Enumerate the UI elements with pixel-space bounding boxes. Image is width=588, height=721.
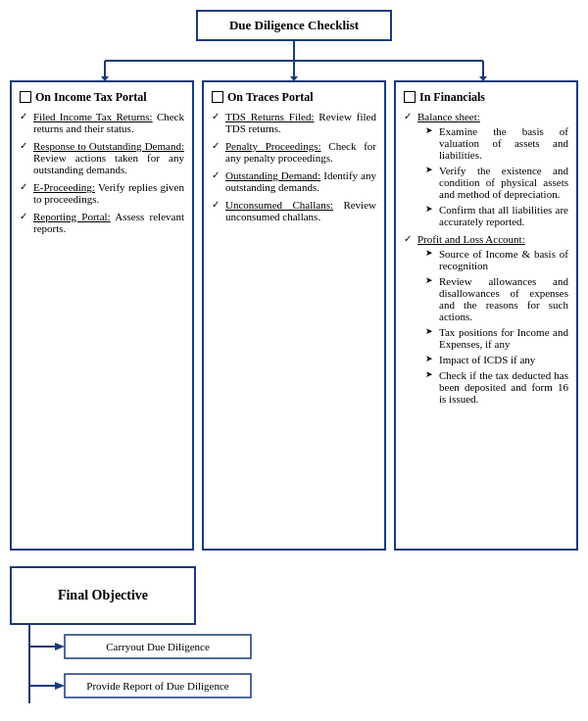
list-item: Penalty Proceedings: Check for any penal… bbox=[212, 140, 376, 164]
col1-header-text: On Income Tax Portal bbox=[35, 90, 147, 105]
svg-marker-12 bbox=[55, 682, 65, 690]
list-item: E-Proceeding: Verify replies given to pr… bbox=[20, 181, 184, 205]
sub-items: Source of Income & basis of recognition … bbox=[417, 248, 568, 405]
col1-items: Filed Income Tax Returns: Check returns … bbox=[20, 111, 184, 234]
sub-items: Examine the basis of valuation of assets… bbox=[417, 125, 568, 227]
col3-items: Balance sheet: Examine the basis of valu… bbox=[404, 111, 568, 405]
col2-header-text: On Traces Portal bbox=[227, 90, 314, 105]
list-item: Unconsumed Challans: Review unconsumed c… bbox=[212, 199, 376, 222]
list-item: Reporting Portal: Assess relevant report… bbox=[20, 211, 184, 234]
page-container: Due Diligence Checklist On Income Ta bbox=[10, 10, 578, 713]
col1-header: On Income Tax Portal bbox=[20, 90, 184, 105]
item-title: Filed Income Tax Returns: bbox=[33, 111, 153, 122]
col2-items: TDS Returns Filed: Review filed TDS retu… bbox=[212, 111, 376, 222]
page-title: Due Diligence Checklist bbox=[229, 18, 359, 32]
checkbox-icon-col3 bbox=[404, 91, 416, 103]
list-item: Filed Income Tax Returns: Check returns … bbox=[20, 111, 184, 134]
checkbox-icon-col1 bbox=[20, 91, 31, 103]
sub-item: Verify the existence and condition of ph… bbox=[425, 165, 568, 200]
item-title: Penalty Proceedings: bbox=[225, 140, 321, 152]
list-item: Profit and Loss Account: Source of Incom… bbox=[404, 233, 568, 405]
list-item: Response to Outstanding Demand: Review a… bbox=[20, 140, 184, 175]
bottom-connector-svg: Carryout Due Diligence Provide Report of… bbox=[10, 625, 304, 713]
list-item: TDS Returns Filed: Review filed TDS retu… bbox=[212, 111, 376, 134]
list-item: Outstanding Demand: Identify any outstan… bbox=[212, 169, 376, 193]
sub-item: Confirm that all liabilities are accurat… bbox=[425, 204, 568, 227]
final-objective-label: Final Objective bbox=[58, 588, 148, 603]
sub-item: Tax positions for Income and Expenses, i… bbox=[425, 326, 568, 350]
title-connector-svg bbox=[10, 41, 578, 80]
svg-text:Carryout Due Diligence: Carryout Due Diligence bbox=[106, 641, 210, 652]
sub-item: Examine the basis of valuation of assets… bbox=[425, 125, 568, 161]
item-title: TDS Returns Filed: bbox=[225, 111, 314, 122]
column-traces: On Traces Portal TDS Returns Filed: Revi… bbox=[202, 80, 386, 551]
columns-row: On Income Tax Portal Filed Income Tax Re… bbox=[10, 80, 578, 551]
sub-item: Impact of ICDS if any bbox=[425, 354, 568, 365]
svg-text:Provide Report of Due Diligenc: Provide Report of Due Diligence bbox=[86, 680, 229, 692]
final-objective-box: Final Objective bbox=[10, 566, 196, 625]
item-title: Balance sheet: bbox=[417, 111, 480, 122]
item-title: E-Proceeding: bbox=[33, 181, 95, 193]
sub-item: Check if the tax deducted has been depos… bbox=[425, 369, 568, 405]
checkbox-icon-col2 bbox=[212, 91, 223, 103]
column-financials: In Financials Balance sheet: Examine the… bbox=[394, 80, 578, 551]
column-income-tax: On Income Tax Portal Filed Income Tax Re… bbox=[10, 80, 194, 551]
col3-header-text: In Financials bbox=[419, 90, 485, 105]
title-box: Due Diligence Checklist bbox=[196, 10, 392, 41]
item-title: Profit and Loss Account: bbox=[417, 233, 525, 245]
col2-header: On Traces Portal bbox=[212, 90, 376, 105]
bottom-section: Final Objective Carryout Due Diligence P… bbox=[10, 566, 578, 713]
item-title: Unconsumed Challans: bbox=[225, 199, 333, 211]
item-title: Outstanding Demand: bbox=[225, 169, 320, 181]
sub-item: Review allowances and disallowances of e… bbox=[425, 275, 568, 322]
item-text: Review actions taken for any outstanding… bbox=[33, 152, 184, 175]
item-title: Response to Outstanding Demand: bbox=[33, 140, 184, 152]
sub-item: Source of Income & basis of recognition bbox=[425, 248, 568, 271]
item-title: Reporting Portal: bbox=[33, 211, 111, 222]
list-item: Balance sheet: Examine the basis of valu… bbox=[404, 111, 568, 227]
col3-header: In Financials bbox=[404, 90, 568, 105]
svg-marker-10 bbox=[55, 643, 65, 650]
